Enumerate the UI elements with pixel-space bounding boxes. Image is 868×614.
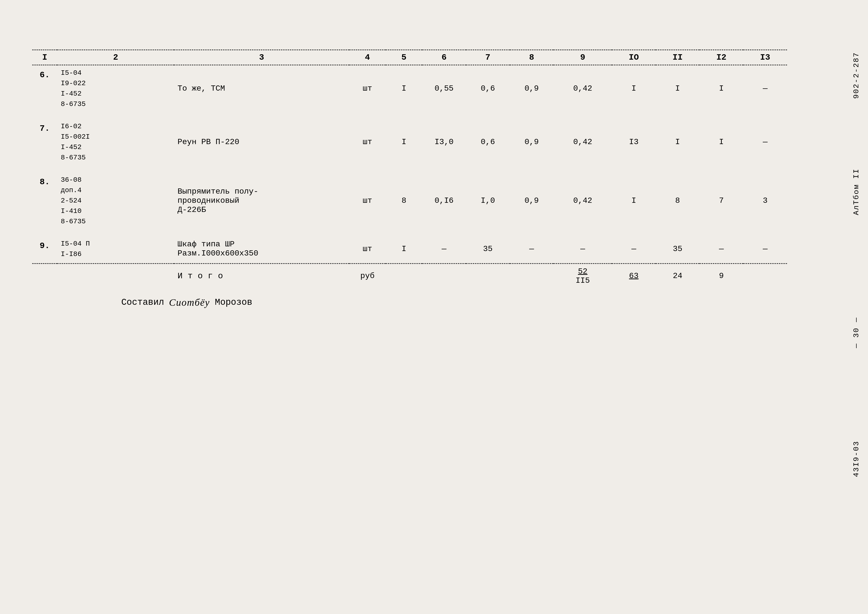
header-col-12: I2 xyxy=(699,50,743,65)
header-col-3: 3 xyxy=(174,50,349,65)
row-7-col6: I3,0 xyxy=(422,119,466,165)
itogo-empty-6 xyxy=(422,264,466,287)
row-8-unit: шт xyxy=(349,172,386,229)
row-6-description: То же, ТСМ xyxy=(174,65,349,112)
row-8-col7: I,0 xyxy=(466,172,510,229)
row-7-description: Реун РВ П-220 xyxy=(174,119,349,165)
row-9-unit: шт xyxy=(349,236,386,262)
row-9-col5: I xyxy=(386,236,422,262)
row-9-col9: — xyxy=(553,236,612,262)
itogo-empty-7 xyxy=(466,264,510,287)
header-col-1: I xyxy=(32,50,57,65)
row-7-col5: I xyxy=(386,119,422,165)
content-area: I 2 3 4 5 6 7 8 9 IO II I2 I3 6. I5-04 I… xyxy=(32,50,824,308)
page: I 2 3 4 5 6 7 8 9 IO II I2 I3 6. I5-04 I… xyxy=(0,0,868,614)
table-header-row: I 2 3 4 5 6 7 8 9 IO II I2 I3 xyxy=(32,50,787,65)
row-7-number: 7. xyxy=(32,119,57,165)
row-6-unit: шт xyxy=(349,65,386,112)
side-text-1: 902-2-287 xyxy=(852,52,860,99)
row-9-col13: — xyxy=(743,236,787,262)
row-8-col12: 7 xyxy=(699,172,743,229)
itogo-row: И т о г о руб 52 II5 63 24 9 xyxy=(32,264,787,287)
signature-script: Сиотбёу xyxy=(169,296,210,308)
spacer-row xyxy=(32,112,787,119)
header-col-10: IO xyxy=(612,50,656,65)
row-9-col8: — xyxy=(510,236,554,262)
itogo-empty-13 xyxy=(743,264,787,287)
row-6-col5: I xyxy=(386,65,422,112)
row-9-col7: 35 xyxy=(466,236,510,262)
side-text-3: — 30 — xyxy=(852,317,860,348)
spacer-row xyxy=(32,165,787,172)
row-7-codes: I6-02 I5-002I I-452 8-6735 xyxy=(57,119,174,165)
row-9-col10: — xyxy=(612,236,656,262)
row-8-col5: 8 xyxy=(386,172,422,229)
row-6-codes: I5-04 I9-022 I-452 8-6735 xyxy=(57,65,174,112)
itogo-empty-8 xyxy=(510,264,554,287)
table-row: 9. I5-04 П I-I86 Шкаф типа ШР Разм.I000х… xyxy=(32,236,787,262)
row-8-col13: 3 xyxy=(743,172,787,229)
row-9-codes: I5-04 П I-I86 xyxy=(57,236,174,262)
itogo-col9-bottom: II5 xyxy=(557,276,608,285)
header-col-4: 4 xyxy=(349,50,386,65)
row-7-col9: 0,42 xyxy=(553,119,612,165)
row-6-col8: 0,9 xyxy=(510,65,554,112)
itogo-empty-1 xyxy=(32,264,57,287)
row-8-number: 8. xyxy=(32,172,57,229)
itogo-empty-5 xyxy=(386,264,422,287)
row-7-unit: шт xyxy=(349,119,386,165)
row-7-col13: — xyxy=(743,119,787,165)
row-7-col11: I xyxy=(656,119,699,165)
row-6-col13: — xyxy=(743,65,787,112)
row-9-number: 9. xyxy=(32,236,57,262)
row-7-col10: I3 xyxy=(612,119,656,165)
side-text-4: 43I9-03 xyxy=(852,441,860,477)
header-col-13: I3 xyxy=(743,50,787,65)
itogo-col11: 24 xyxy=(656,264,699,287)
row-7-col12: I xyxy=(699,119,743,165)
row-6-col6: 0,55 xyxy=(422,65,466,112)
table-row: 6. I5-04 I9-022 I-452 8-6735 То же, ТСМ … xyxy=(32,65,787,112)
row-6-col11: I xyxy=(656,65,699,112)
table-row: 7. I6-02 I5-002I I-452 8-6735 Реун РВ П-… xyxy=(32,119,787,165)
itogo-unit: руб xyxy=(349,264,386,287)
row-9-col6: — xyxy=(422,236,466,262)
header-col-7: 7 xyxy=(466,50,510,65)
row-9-description: Шкаф типа ШР Разм.I000х600х350 xyxy=(174,236,349,262)
table-row: 8. 36-08 доп.4 2-524 I-410 8-6735 Выпрям… xyxy=(32,172,787,229)
header-col-6: 6 xyxy=(422,50,466,65)
row-6-col12: I xyxy=(699,65,743,112)
spacer-row xyxy=(32,229,787,236)
itogo-col10: 63 xyxy=(612,264,656,287)
header-col-8: 8 xyxy=(510,50,554,65)
header-col-9: 9 xyxy=(553,50,612,65)
row-7-col7: 0,6 xyxy=(466,119,510,165)
signature-line: Составил Сиотбёу Морозов xyxy=(32,296,824,308)
row-8-col6: 0,I6 xyxy=(422,172,466,229)
row-6-col10: I xyxy=(612,65,656,112)
header-col-11: II xyxy=(656,50,699,65)
row-8-col10: I xyxy=(612,172,656,229)
main-table: I 2 3 4 5 6 7 8 9 IO II I2 I3 6. I5-04 I… xyxy=(32,50,787,287)
row-9-col12: — xyxy=(699,236,743,262)
separator-row xyxy=(32,262,787,264)
row-7-col8: 0,9 xyxy=(510,119,554,165)
row-6-col7: 0,6 xyxy=(466,65,510,112)
itogo-label: И т о г о xyxy=(174,264,349,287)
side-text-2: АлТбом II xyxy=(852,168,860,215)
row-8-codes: 36-08 доп.4 2-524 I-410 8-6735 xyxy=(57,172,174,229)
itogo-col9-top: 52 xyxy=(557,267,608,276)
row-8-col8: 0,9 xyxy=(510,172,554,229)
signature-prefix: Составил xyxy=(121,297,164,307)
row-8-description: Выпрямитель полу- проводниковый Д-226Б xyxy=(174,172,349,229)
row-6-number: 6. xyxy=(32,65,57,112)
itogo-empty-2 xyxy=(57,264,174,287)
signature-name: Морозов xyxy=(215,297,252,307)
header-col-2: 2 xyxy=(57,50,174,65)
itogo-col9: 52 II5 xyxy=(553,264,612,287)
row-8-col11: 8 xyxy=(656,172,699,229)
row-8-col9: 0,42 xyxy=(553,172,612,229)
itogo-col12: 9 xyxy=(699,264,743,287)
row-6-col9: 0,42 xyxy=(553,65,612,112)
row-9-col11: 35 xyxy=(656,236,699,262)
